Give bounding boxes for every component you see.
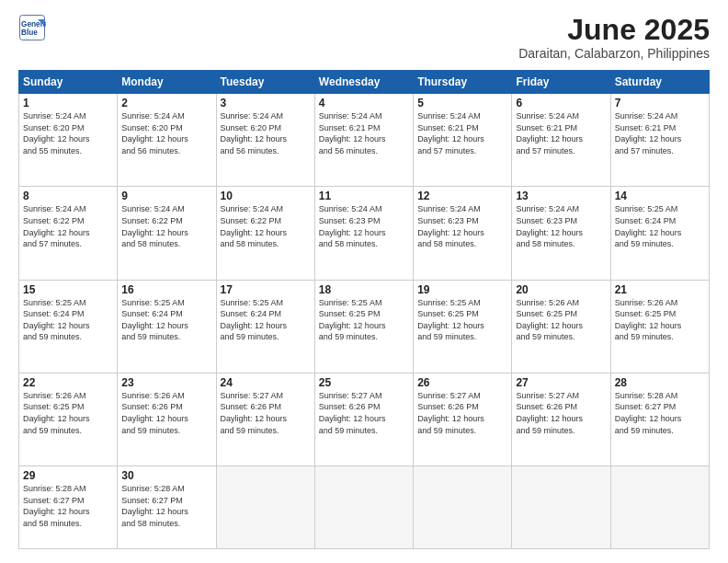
- table-row: 21Sunrise: 5:26 AM Sunset: 6:25 PM Dayli…: [610, 280, 709, 373]
- day-number: 18: [319, 283, 409, 296]
- day-number: 4: [319, 97, 409, 109]
- table-row: 14Sunrise: 5:25 AM Sunset: 6:24 PM Dayli…: [610, 187, 709, 280]
- day-info: Sunrise: 5:24 AM Sunset: 6:20 PM Dayligh…: [221, 110, 311, 156]
- table-row: 28Sunrise: 5:28 AM Sunset: 6:27 PM Dayli…: [610, 373, 709, 465]
- day-info: Sunrise: 5:24 AM Sunset: 6:23 PM Dayligh…: [417, 203, 507, 249]
- table-row: 10Sunrise: 5:24 AM Sunset: 6:22 PM Dayli…: [216, 187, 314, 280]
- day-info: Sunrise: 5:28 AM Sunset: 6:27 PM Dayligh…: [121, 483, 211, 529]
- day-number: 9: [121, 190, 211, 202]
- day-info: Sunrise: 5:27 AM Sunset: 6:26 PM Dayligh…: [221, 390, 311, 436]
- table-row: 5Sunrise: 5:24 AM Sunset: 6:21 PM Daylig…: [414, 94, 512, 187]
- calendar-table: Sunday Monday Tuesday Wednesday Thursday…: [18, 70, 710, 549]
- day-number: 29: [23, 469, 113, 482]
- table-row: 8Sunrise: 5:24 AM Sunset: 6:22 PM Daylig…: [19, 187, 118, 280]
- location: Daraitan, Calabarzon, Philippines: [518, 46, 710, 61]
- day-info: Sunrise: 5:25 AM Sunset: 6:25 PM Dayligh…: [417, 297, 507, 343]
- table-row: 25Sunrise: 5:27 AM Sunset: 6:26 PM Dayli…: [314, 373, 413, 465]
- table-row: 17Sunrise: 5:25 AM Sunset: 6:24 PM Dayli…: [216, 280, 314, 373]
- day-number: 22: [23, 376, 113, 389]
- table-row: 27Sunrise: 5:27 AM Sunset: 6:26 PM Dayli…: [512, 373, 610, 465]
- header-thursday: Thursday: [414, 71, 512, 94]
- table-row: 11Sunrise: 5:24 AM Sunset: 6:23 PM Dayli…: [314, 187, 413, 280]
- day-info: Sunrise: 5:28 AM Sunset: 6:27 PM Dayligh…: [23, 483, 113, 529]
- table-row: 13Sunrise: 5:24 AM Sunset: 6:23 PM Dayli…: [512, 187, 610, 280]
- page: General Blue June 2025 Daraitan, Calabar…: [0, 0, 728, 563]
- day-info: Sunrise: 5:27 AM Sunset: 6:26 PM Dayligh…: [417, 390, 507, 436]
- weekday-header-row: Sunday Monday Tuesday Wednesday Thursday…: [19, 71, 710, 94]
- day-info: Sunrise: 5:24 AM Sunset: 6:23 PM Dayligh…: [516, 203, 606, 249]
- header-wednesday: Wednesday: [314, 71, 413, 94]
- table-row: 30Sunrise: 5:28 AM Sunset: 6:27 PM Dayli…: [118, 466, 216, 549]
- day-number: 25: [319, 376, 409, 389]
- table-row: 4Sunrise: 5:24 AM Sunset: 6:21 PM Daylig…: [314, 94, 413, 187]
- table-row: [414, 466, 512, 549]
- table-row: [610, 466, 709, 549]
- day-number: 10: [221, 190, 311, 202]
- day-number: 5: [417, 97, 507, 109]
- table-row: 16Sunrise: 5:25 AM Sunset: 6:24 PM Dayli…: [118, 280, 216, 373]
- day-number: 8: [23, 190, 113, 202]
- day-info: Sunrise: 5:24 AM Sunset: 6:22 PM Dayligh…: [23, 203, 113, 249]
- table-row: 2Sunrise: 5:24 AM Sunset: 6:20 PM Daylig…: [118, 94, 216, 187]
- day-info: Sunrise: 5:27 AM Sunset: 6:26 PM Dayligh…: [319, 390, 409, 436]
- day-info: Sunrise: 5:28 AM Sunset: 6:27 PM Dayligh…: [615, 390, 705, 436]
- day-info: Sunrise: 5:26 AM Sunset: 6:25 PM Dayligh…: [23, 390, 113, 436]
- logo-icon: General Blue: [18, 14, 46, 41]
- day-number: 23: [121, 376, 211, 389]
- day-info: Sunrise: 5:25 AM Sunset: 6:25 PM Dayligh…: [319, 297, 409, 343]
- day-number: 28: [615, 376, 705, 389]
- day-number: 12: [417, 190, 507, 202]
- day-info: Sunrise: 5:24 AM Sunset: 6:21 PM Dayligh…: [516, 110, 606, 156]
- day-number: 11: [319, 190, 409, 202]
- day-number: 15: [23, 283, 113, 296]
- day-number: 3: [221, 97, 311, 109]
- table-row: 20Sunrise: 5:26 AM Sunset: 6:25 PM Dayli…: [512, 280, 610, 373]
- calendar-week-row: 29Sunrise: 5:28 AM Sunset: 6:27 PM Dayli…: [19, 466, 710, 549]
- table-row: 15Sunrise: 5:25 AM Sunset: 6:24 PM Dayli…: [19, 280, 118, 373]
- day-number: 17: [221, 283, 311, 296]
- title-block: June 2025 Daraitan, Calabarzon, Philippi…: [518, 14, 710, 61]
- day-info: Sunrise: 5:26 AM Sunset: 6:25 PM Dayligh…: [516, 297, 606, 343]
- header-tuesday: Tuesday: [216, 71, 314, 94]
- day-info: Sunrise: 5:27 AM Sunset: 6:26 PM Dayligh…: [516, 390, 606, 436]
- day-number: 20: [516, 283, 606, 296]
- day-number: 30: [121, 469, 211, 482]
- calendar-week-row: 15Sunrise: 5:25 AM Sunset: 6:24 PM Dayli…: [19, 280, 710, 373]
- day-number: 13: [516, 190, 606, 202]
- header: General Blue June 2025 Daraitan, Calabar…: [18, 14, 710, 61]
- day-number: 7: [615, 97, 705, 109]
- table-row: 24Sunrise: 5:27 AM Sunset: 6:26 PM Dayli…: [216, 373, 314, 465]
- day-info: Sunrise: 5:24 AM Sunset: 6:22 PM Dayligh…: [121, 203, 211, 249]
- day-info: Sunrise: 5:24 AM Sunset: 6:22 PM Dayligh…: [221, 203, 311, 249]
- day-info: Sunrise: 5:24 AM Sunset: 6:20 PM Dayligh…: [23, 110, 113, 156]
- day-info: Sunrise: 5:25 AM Sunset: 6:24 PM Dayligh…: [615, 203, 705, 249]
- day-info: Sunrise: 5:24 AM Sunset: 6:23 PM Dayligh…: [319, 203, 409, 249]
- day-info: Sunrise: 5:24 AM Sunset: 6:21 PM Dayligh…: [615, 110, 705, 156]
- day-number: 14: [615, 190, 705, 202]
- day-number: 16: [121, 283, 211, 296]
- day-number: 6: [516, 97, 606, 109]
- day-number: 2: [121, 97, 211, 109]
- day-number: 26: [417, 376, 507, 389]
- calendar-week-row: 1Sunrise: 5:24 AM Sunset: 6:20 PM Daylig…: [19, 94, 710, 187]
- header-saturday: Saturday: [610, 71, 709, 94]
- day-number: 19: [417, 283, 507, 296]
- table-row: 3Sunrise: 5:24 AM Sunset: 6:20 PM Daylig…: [216, 94, 314, 187]
- table-row: 19Sunrise: 5:25 AM Sunset: 6:25 PM Dayli…: [414, 280, 512, 373]
- day-number: 1: [23, 97, 113, 109]
- table-row: [512, 466, 610, 549]
- table-row: 29Sunrise: 5:28 AM Sunset: 6:27 PM Dayli…: [19, 466, 118, 549]
- table-row: [314, 466, 413, 549]
- day-number: 21: [615, 283, 705, 296]
- svg-text:Blue: Blue: [21, 29, 38, 37]
- day-info: Sunrise: 5:25 AM Sunset: 6:24 PM Dayligh…: [121, 297, 211, 343]
- day-info: Sunrise: 5:25 AM Sunset: 6:24 PM Dayligh…: [221, 297, 311, 343]
- day-number: 27: [516, 376, 606, 389]
- header-monday: Monday: [118, 71, 216, 94]
- table-row: 7Sunrise: 5:24 AM Sunset: 6:21 PM Daylig…: [610, 94, 709, 187]
- calendar-week-row: 8Sunrise: 5:24 AM Sunset: 6:22 PM Daylig…: [19, 187, 710, 280]
- table-row: 12Sunrise: 5:24 AM Sunset: 6:23 PM Dayli…: [414, 187, 512, 280]
- day-number: 24: [221, 376, 311, 389]
- day-info: Sunrise: 5:25 AM Sunset: 6:24 PM Dayligh…: [23, 297, 113, 343]
- table-row: 9Sunrise: 5:24 AM Sunset: 6:22 PM Daylig…: [118, 187, 216, 280]
